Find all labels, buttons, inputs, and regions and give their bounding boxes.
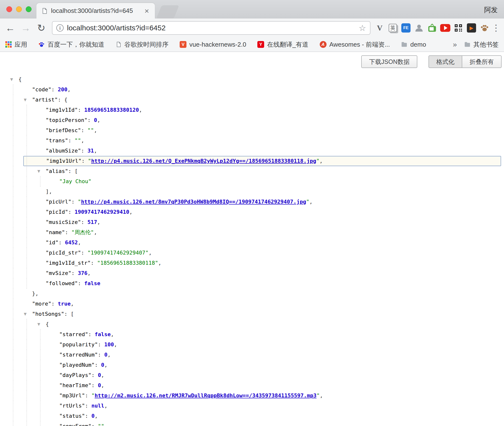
tv-icon[interactable] — [427, 23, 437, 33]
json-token: : — [91, 423, 98, 426]
browser-menu-icon[interactable]: ⋮ — [492, 23, 500, 33]
bookmark-vue-hackernews[interactable]: V vue-hackernews-2.0 — [180, 41, 246, 48]
indent-guide — [10, 166, 23, 176]
fehelper-icon[interactable]: FE — [401, 23, 411, 33]
bookmark-baidu[interactable]: 百度一下，你就知道 — [38, 40, 104, 49]
bookmark-youdao[interactable]: Y 在线翻译_有道 — [257, 40, 308, 49]
tab-close-icon[interactable]: × — [143, 7, 150, 15]
site-info-icon[interactable]: i — [56, 24, 64, 32]
new-tab-button[interactable] — [156, 5, 179, 18]
json-token: "mp3Url" — [59, 392, 85, 399]
collapse-toggle-icon[interactable]: ▼ — [37, 319, 46, 329]
bookmark-google-sort[interactable]: 谷歌按时间排序 — [116, 40, 168, 49]
bookmark-label: 应用 — [15, 40, 27, 49]
address-input[interactable]: localhost:3000/artists?id=6452 — [67, 24, 355, 32]
translate-icon[interactable]: 英 — [387, 23, 398, 33]
json-line-content: "topicPerson": 0, — [46, 115, 502, 125]
json-token: "" — [98, 423, 104, 426]
address-bar[interactable]: i localhost:3000/artists?id=6452 ☆ — [52, 21, 370, 35]
indent-guide — [10, 309, 23, 319]
youtube-icon[interactable] — [440, 23, 451, 33]
json-token: [ — [71, 311, 74, 317]
indent-guide — [37, 329, 50, 340]
vue-icon: V — [180, 41, 186, 48]
json-line-content: "followed": false — [46, 278, 502, 289]
indent-guide — [10, 340, 23, 350]
json-line: "Jay Chou" — [10, 176, 502, 187]
json-token: "name" — [46, 229, 65, 235]
json-token: , — [114, 341, 117, 348]
bookmark-awesomes[interactable]: A Awesomes - 前端资... — [320, 40, 390, 49]
json-line: "popularity": 100, — [10, 340, 502, 350]
indent-guide — [10, 227, 23, 238]
window-close-button[interactable] — [6, 6, 12, 12]
arrow-spacer — [37, 197, 46, 207]
download-json-button[interactable]: 下载JSON数据 — [361, 55, 417, 68]
bookmark-demo[interactable]: demo — [401, 41, 426, 48]
window-minimize-button[interactable] — [16, 6, 22, 12]
player-icon[interactable]: ▶ — [466, 23, 477, 33]
json-line: ▼"artist": { — [10, 95, 502, 105]
json-line: "starredNum": 0, — [10, 350, 502, 360]
indent-guide — [37, 401, 50, 411]
json-line: "img1v1Url": "http://p4.music.126.net/Q_… — [10, 156, 502, 166]
window-zoom-button[interactable] — [26, 6, 32, 12]
awesomes-icon: A — [320, 41, 327, 48]
json-token: 0 — [91, 413, 94, 419]
profile-name[interactable]: 阿发 — [484, 5, 498, 15]
json-line-content: ], — [46, 187, 502, 197]
other-bookmarks[interactable]: 其他书签 — [464, 40, 499, 49]
reload-button-icon[interactable]: ↻ — [34, 21, 48, 35]
bookmarks-overflow-icon[interactable]: » — [453, 40, 457, 49]
indent-guide — [10, 85, 23, 95]
tab-strip: localhost:3000/artists?id=645 × 阿发 — [0, 0, 504, 18]
profile-icon[interactable] — [414, 23, 424, 33]
json-token: null — [91, 403, 104, 409]
indent-guide — [37, 340, 50, 350]
indent-guide — [10, 258, 23, 268]
json-token: , — [95, 413, 98, 419]
indent-guide — [37, 391, 50, 401]
json-token: true — [58, 301, 71, 307]
indent-guide — [37, 421, 50, 426]
collapse-toggle-icon[interactable]: ▼ — [10, 74, 18, 85]
v-extension-icon[interactable]: V — [374, 23, 385, 33]
json-token: : — [98, 341, 104, 348]
collapse-toggle-icon[interactable]: ▼ — [23, 95, 32, 105]
browser-tab[interactable]: localhost:3000/artists?id=645 × — [36, 3, 155, 19]
json-token: "starred" — [59, 331, 88, 337]
extensions-toolbar: V 英 FE — [374, 23, 501, 33]
json-line: "picUrl": "http://p4.music.126.net/8mv7q… — [10, 197, 502, 207]
paw-icon[interactable] — [479, 23, 490, 33]
collapse-toggle-icon[interactable]: ▼ — [23, 309, 32, 319]
json-token: : — [81, 148, 88, 154]
json-line-content: "musicSize": 517, — [46, 217, 502, 227]
indent-guide — [10, 319, 23, 329]
json-line-content: "alias": [ — [46, 166, 502, 176]
json-line-content: "albumSize": 31, — [46, 146, 502, 156]
json-url-link[interactable]: http://p4.music.126.net/Q_ExePNkmqB2yWyL… — [91, 158, 316, 164]
bookmark-label: 在线翻译_有道 — [267, 40, 308, 49]
json-token: { — [46, 321, 49, 327]
json-token: : — [91, 260, 97, 266]
window-controls — [6, 6, 32, 12]
json-line-content: "picId_str": "19097417462929407", — [46, 248, 502, 258]
back-button-icon[interactable]: ← — [3, 21, 17, 35]
qrcode-icon[interactable] — [453, 23, 464, 33]
bookmark-star-icon[interactable]: ☆ — [359, 23, 366, 33]
indent-guide — [23, 350, 37, 360]
indent-guide — [10, 187, 23, 197]
forward-button-icon: → — [19, 21, 33, 35]
indent-guide — [10, 380, 23, 391]
json-url-link[interactable]: http://p4.music.126.net/8mv7qP30Pd3oHW8b… — [81, 199, 306, 205]
indent-guide — [10, 370, 23, 380]
json-url-link[interactable]: http://m2.music.126.net/RMJR7wDullRqppBk… — [95, 392, 317, 399]
collapse-all-button[interactable]: 折叠所有 — [462, 55, 502, 68]
json-line-content: "id": 6452, — [46, 238, 502, 248]
collapse-toggle-icon[interactable]: ▼ — [37, 166, 46, 176]
bookmark-apps[interactable]: 应用 — [5, 40, 27, 49]
indent-guide — [23, 278, 37, 289]
json-line-content: "popularity": 100, — [59, 340, 502, 350]
format-button[interactable]: 格式化 — [428, 55, 462, 68]
json-token: , — [67, 86, 71, 93]
